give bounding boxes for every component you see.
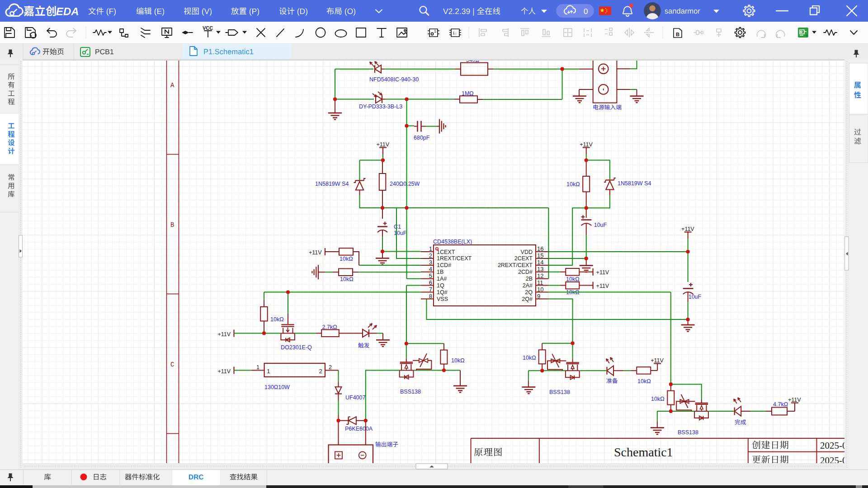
svg-text:1: 1 [267,368,270,375]
svg-text:10kΩ: 10kΩ [523,355,536,361]
svg-text:+11V: +11V [309,249,322,256]
svg-text:11: 11 [537,279,543,286]
svg-text:2.7kΩ: 2.7kΩ [322,324,337,330]
svg-text:1REXT/CEXT: 1REXT/CEXT [437,255,472,262]
svg-text:+11V: +11V [596,283,609,289]
svg-text:8: 8 [429,293,432,300]
svg-text:VCC: VCC [203,25,213,31]
svg-text:2A#: 2A# [523,282,533,289]
svg-text:2CD#: 2CD# [518,269,533,275]
svg-text:VSS: VSS [437,296,448,302]
svg-text:+11V: +11V [377,141,390,148]
svg-text:240Ω0.25W: 240Ω0.25W [390,181,420,187]
svg-text:+11V: +11V [651,357,664,364]
svg-text:1Q#: 1Q# [437,289,448,296]
svg-text:2Q#: 2Q# [522,296,533,302]
svg-text:1↓: 1↓ [434,29,439,33]
svg-text:UF4007: UF4007 [345,394,366,401]
svg-text:+11V: +11V [596,269,609,276]
svg-text:BSS138: BSS138 [400,389,421,395]
svg-text:2: 2 [329,364,332,371]
svg-text:1CEXT: 1CEXT [437,249,455,255]
svg-text:1Q: 1Q [437,282,444,289]
svg-text:0: 0 [584,7,588,16]
svg-text:B: B [170,221,174,229]
svg-text:1A#: 1A# [437,276,447,282]
svg-text:2Q: 2Q [525,289,533,296]
svg-text:10: 10 [537,286,543,293]
svg-text:10kΩ: 10kΩ [566,276,580,282]
svg-text:+: + [805,33,808,39]
svg-text:3: 3 [429,259,432,266]
svg-text:10kΩ: 10kΩ [340,256,353,262]
svg-text:BSS138: BSS138 [549,389,570,395]
svg-text:P6KE600A: P6KE600A [345,426,373,432]
svg-text:VDD: VDD [521,249,533,255]
svg-text:1CD#: 1CD# [437,262,451,268]
svg-text:BSS138: BSS138 [678,429,698,436]
svg-text:Schematic1: Schematic1 [614,445,673,459]
svg-text:C: C [170,361,174,368]
svg-text:10kΩ: 10kΩ [340,276,354,282]
svg-text:+11V: +11V [218,331,231,338]
svg-text:A: A [170,82,175,89]
svg-text:+11V: +11V [218,368,231,375]
svg-text:12: 12 [537,272,543,279]
svg-text:10uF: 10uF [394,230,407,236]
svg-text:10uF: 10uF [689,294,702,300]
svg-text:10kΩ: 10kΩ [270,316,284,323]
svg-text:2REXT/CEXT: 2REXT/CEXT [498,262,533,268]
svg-text:10kΩ: 10kΩ [566,181,580,188]
svg-text:6: 6 [429,279,432,286]
svg-text:B: B [676,32,679,37]
svg-text:4.7kΩ: 4.7kΩ [773,401,788,408]
svg-text:4: 4 [429,266,432,272]
svg-text:7: 7 [429,286,432,293]
svg-text:2: 2 [429,252,432,259]
svg-text:680pF: 680pF [414,135,430,141]
svg-text:130Ω10W: 130Ω10W [264,384,290,390]
svg-text:16: 16 [537,245,543,252]
svg-text:10kΩ: 10kΩ [637,378,651,385]
svg-text:1↓: 1↓ [453,31,457,35]
svg-text:+11V: +11V [788,397,801,403]
svg-text:2CEXT: 2CEXT [514,255,533,262]
svg-text:10kΩ: 10kΩ [451,357,465,364]
svg-text:15: 15 [537,252,543,259]
svg-text:2: 2 [319,368,322,375]
svg-text:5: 5 [429,272,432,279]
svg-text:9: 9 [537,293,540,300]
svg-text:13: 13 [537,266,543,272]
svg-text:10kΩ: 10kΩ [651,396,665,402]
svg-text:1N5819W S4: 1N5819W S4 [315,181,349,187]
svg-text:+11V: +11V [681,226,694,232]
svg-text:C1: C1 [394,224,401,230]
svg-text:NFD5408IC-940-30: NFD5408IC-940-30 [369,76,419,83]
svg-text:DY-PD333-3B-L3: DY-PD333-3B-L3 [359,103,402,110]
svg-text:10uF: 10uF [594,222,607,228]
svg-text:1: 1 [256,364,259,371]
svg-text:CD4538BE(LX): CD4538BE(LX) [433,239,472,245]
svg-text:1MΩ: 1MΩ [462,90,474,97]
svg-text:DO2301E-Q: DO2301E-Q [281,344,312,351]
svg-text:1: 1 [429,245,432,252]
svg-text:+11V: +11V [580,141,593,148]
svg-text:2B: 2B [526,276,533,282]
svg-text:1N5819W S4: 1N5819W S4 [618,180,651,187]
svg-text:14: 14 [537,259,543,266]
svg-text:1B: 1B [437,269,443,275]
